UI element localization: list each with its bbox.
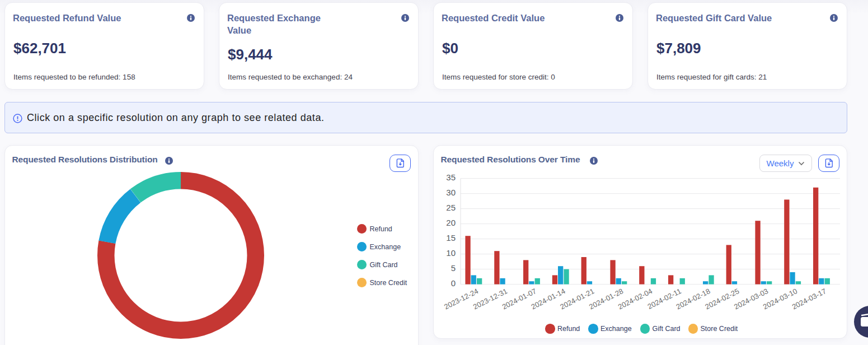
svg-text:30: 30	[446, 188, 456, 197]
svg-text:35: 35	[446, 172, 456, 182]
svg-text:0: 0	[451, 278, 456, 288]
svg-text:25: 25	[446, 203, 456, 212]
svg-text:5: 5	[451, 263, 456, 273]
svg-text:15: 15	[446, 233, 456, 243]
svg-text:20: 20	[446, 218, 456, 227]
svg-text:10: 10	[446, 248, 456, 258]
